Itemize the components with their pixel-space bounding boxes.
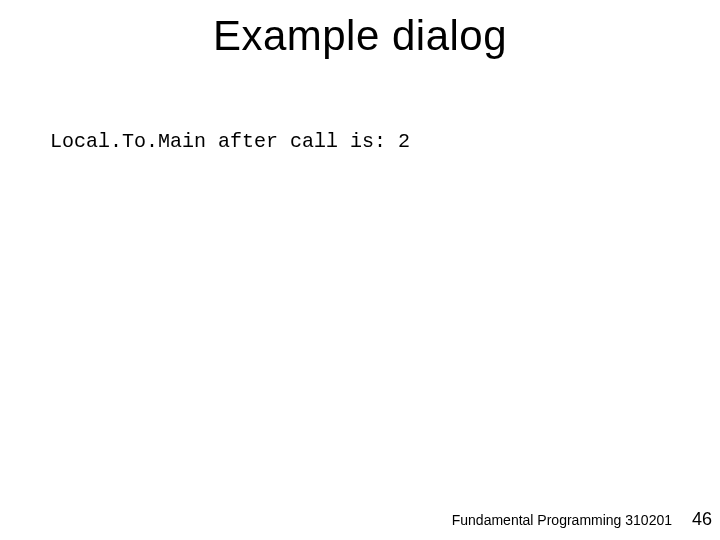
page-number: 46 bbox=[692, 509, 712, 530]
slide-container: Example dialog Local.To.Main after call … bbox=[0, 0, 720, 540]
slide-title: Example dialog bbox=[0, 12, 720, 60]
dialog-output-line: Local.To.Main after call is: 2 bbox=[50, 130, 410, 153]
footer-text: Fundamental Programming 310201 bbox=[452, 512, 672, 528]
